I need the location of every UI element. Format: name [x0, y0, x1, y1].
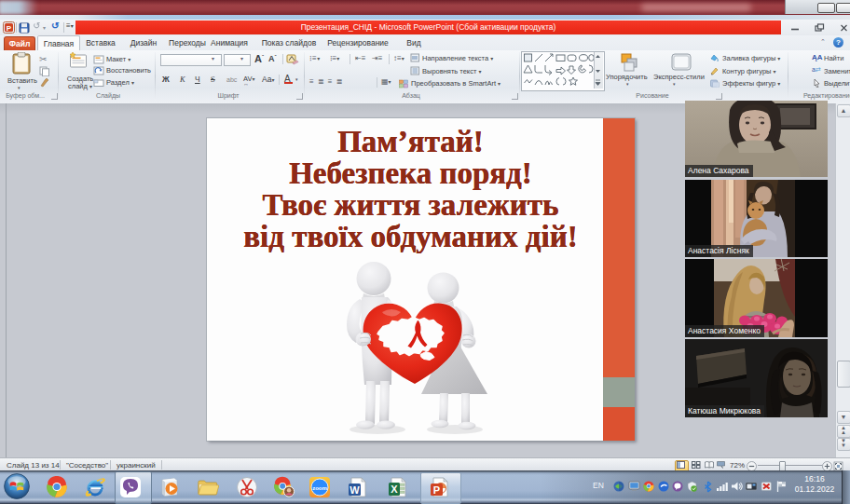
svg-text:W: W [350, 484, 360, 496]
svg-text:P: P [433, 484, 440, 496]
svg-text:zoom: zoom [312, 485, 327, 491]
svg-text:P: P [7, 24, 12, 33]
svg-text:X: X [391, 484, 398, 495]
